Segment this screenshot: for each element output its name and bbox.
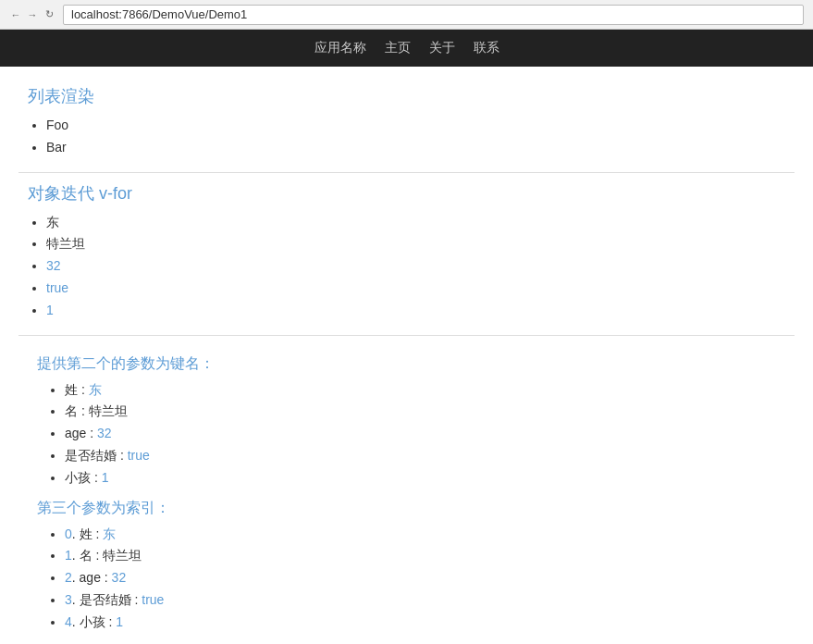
idx-item-0: 0. 姓 : 东 [65, 526, 116, 541]
main-content: 列表渲染 Foo Bar 对象迭代 v-for 东 特兰坦 32 true 1 … [0, 67, 813, 644]
list-item: 特兰坦 [46, 233, 795, 255]
browser-buttons: ← → ↻ [9, 8, 55, 21]
idx-item-4: 4. 小孩 : 1 [65, 614, 123, 629]
item-foo: Foo [46, 118, 68, 132]
section2-title: 对象迭代 v-for [18, 182, 795, 204]
navbar-item-contact[interactable]: 联系 [472, 36, 501, 60]
reload-button[interactable]: ↻ [43, 8, 55, 21]
key-item-3: 是否结婚 : true [65, 448, 150, 463]
list-item: 32 [46, 255, 795, 278]
list-item: 东 [46, 212, 795, 234]
navbar-item-appname[interactable]: 应用名称 [313, 36, 368, 60]
item-0: 东 [46, 215, 59, 229]
key-item-2: age : 32 [65, 426, 112, 440]
section-list-render: 列表渲染 Foo Bar [18, 76, 795, 173]
forward-button[interactable]: → [26, 8, 39, 21]
navbar-item-home[interactable]: 主页 [383, 36, 413, 60]
idx-item-1: 1. 名 : 特兰坦 [65, 548, 142, 563]
item-2: 32 [46, 258, 61, 273]
list-item: Bar [46, 137, 795, 159]
subsection2-list: 0. 姓 : 东 1. 名 : 特兰坦 2. age : 32 3. 是否结婚 … [37, 524, 795, 634]
navbar-items: 应用名称 主页 关于 联系 [313, 36, 501, 60]
key-item-1: 名 : 特兰坦 [65, 403, 128, 418]
list-item: 4. 小孩 : 1 [65, 612, 795, 634]
idx-item-3: 3. 是否结婚 : true [65, 592, 164, 607]
list-item: 小孩 : 1 [65, 467, 795, 489]
section1-list: Foo Bar [18, 115, 795, 159]
section-object-iteration: 对象迭代 v-for 东 特兰坦 32 true 1 [18, 173, 795, 336]
list-item: 名 : 特兰坦 [65, 401, 795, 423]
section-key-index: 提供第二个的参数为键名： 姓 : 东 名 : 特兰坦 age : 32 是否结婚… [18, 336, 795, 644]
subsection1-list: 姓 : 东 名 : 特兰坦 age : 32 是否结婚 : true 小孩 : … [37, 379, 795, 489]
idx-item-2: 2. age : 32 [65, 570, 126, 585]
section2-list: 东 特兰坦 32 true 1 [18, 212, 795, 322]
list-item: 1 [46, 300, 795, 322]
browser-bar: ← → ↻ [0, 0, 813, 30]
item-4: 1 [46, 303, 54, 317]
subsection2-title: 第三个参数为索引： [37, 499, 795, 518]
key-item-4: 小孩 : 1 [65, 470, 108, 485]
list-item: age : 32 [65, 423, 795, 445]
key-item-0: 姓 : 东 [65, 382, 102, 397]
section1-title: 列表渲染 [18, 85, 795, 107]
list-item: 0. 姓 : 东 [65, 524, 795, 546]
navbar: 应用名称 主页 关于 联系 [0, 30, 813, 67]
item-1: 特兰坦 [46, 236, 85, 251]
list-item: 姓 : 东 [65, 379, 795, 402]
navbar-item-about[interactable]: 关于 [427, 36, 457, 60]
subsection-index: 第三个参数为索引： 0. 姓 : 东 1. 名 : 特兰坦 2. age : 3… [18, 499, 795, 634]
item-3: true [46, 280, 68, 295]
list-item: 1. 名 : 特兰坦 [65, 545, 795, 567]
item-bar: Bar [46, 140, 67, 155]
list-item: true [46, 278, 795, 300]
subsection1-title: 提供第二个的参数为键名： [37, 354, 795, 374]
list-item: 是否结婚 : true [65, 445, 795, 467]
address-bar[interactable] [63, 5, 804, 25]
list-item: Foo [46, 115, 795, 137]
list-item: 2. age : 32 [65, 567, 795, 589]
back-button[interactable]: ← [9, 8, 22, 21]
subsection-key: 提供第二个的参数为键名： 姓 : 东 名 : 特兰坦 age : 32 是否结婚… [18, 354, 795, 489]
list-item: 3. 是否结婚 : true [65, 589, 795, 612]
